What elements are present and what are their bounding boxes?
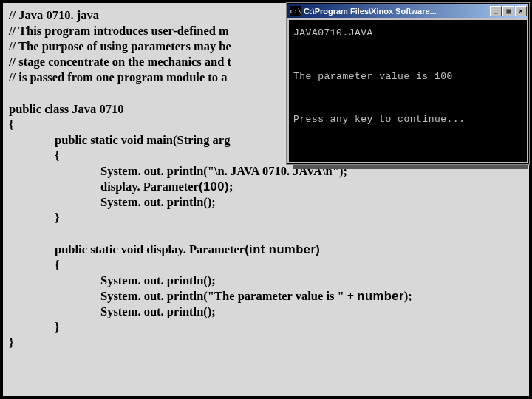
output-line-1: JAVA0710.JAVA: [293, 27, 373, 38]
cmd-icon: c:\: [290, 6, 301, 16]
slide-page: // Java 0710. java // This program intro…: [2, 2, 530, 397]
maximize-button[interactable]: [502, 6, 514, 16]
window-shadow: [293, 165, 528, 169]
brace-close-3: }: [9, 319, 523, 335]
main-body-2: display. Parameter(100);: [9, 179, 523, 194]
maximize-icon: [506, 9, 511, 14]
method-body-3: System. out. println();: [9, 304, 523, 319]
output-line-2: The parameter value is 100: [293, 71, 453, 82]
console-titlebar[interactable]: c:\ C:\Program Files\Xinox Software... _…: [287, 4, 528, 18]
console-window: c:\ C:\Program Files\Xinox Software... _…: [287, 3, 529, 164]
minimize-button[interactable]: _: [490, 6, 502, 16]
brace-close-2: }: [9, 210, 523, 225]
output-line-3: Press any key to continue...: [293, 114, 465, 125]
method-body-2: System. out. println("The parameter valu…: [9, 288, 523, 304]
console-title: C:\Program Files\Xinox Software...: [304, 7, 490, 16]
close-button[interactable]: ×: [515, 6, 527, 16]
brace-open-3: {: [9, 257, 523, 273]
main-body-3: System. out. println();: [9, 194, 523, 210]
method-decl: public static void display. Parameter(in…: [9, 242, 523, 257]
method-body-1: System. out. println();: [9, 273, 523, 288]
brace-close: }: [9, 335, 523, 350]
console-output: JAVA0710.JAVA The parameter value is 100…: [289, 20, 527, 162]
